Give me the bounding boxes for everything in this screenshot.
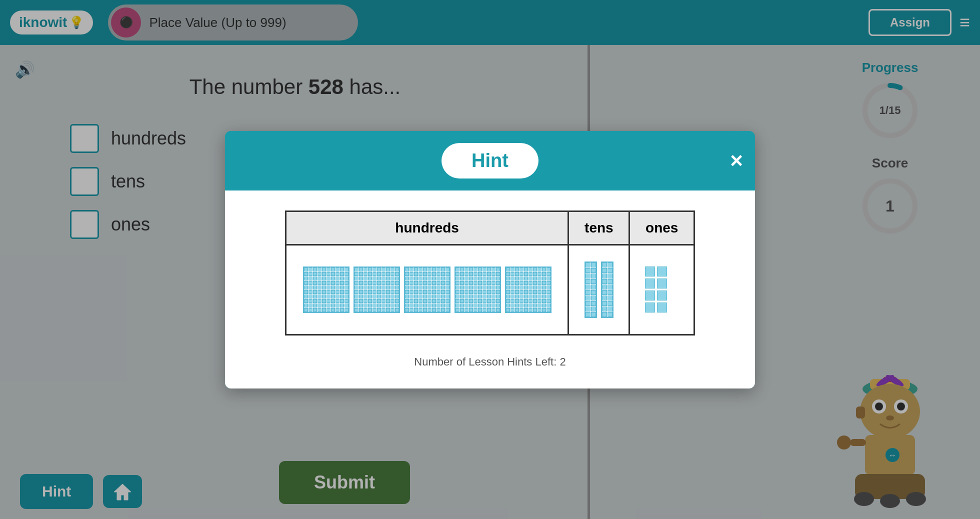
ten-block-1 xyxy=(584,262,597,318)
hundreds-blocks xyxy=(302,266,552,313)
hundred-block-3 xyxy=(404,266,450,313)
one-block-6 xyxy=(657,290,667,300)
modal-header: Hint × xyxy=(225,131,755,190)
table-header-hundreds: hundreds xyxy=(286,211,568,244)
hundred-block-5 xyxy=(505,266,552,313)
one-block-2 xyxy=(657,266,667,276)
table-cell-ones xyxy=(630,244,694,334)
hundred-block-1 xyxy=(303,266,350,313)
hundred-block-2 xyxy=(354,266,400,313)
table-header-tens: tens xyxy=(568,211,630,244)
table-cell-tens xyxy=(568,244,630,334)
table-cell-hundreds xyxy=(286,244,568,334)
table-header-ones: ones xyxy=(630,211,694,244)
hint-modal-overlay[interactable]: Hint × hundreds tens ones xyxy=(0,0,980,519)
one-block-8 xyxy=(657,302,667,312)
hints-left-label: Number of Lesson Hints Left: 2 xyxy=(414,356,566,368)
ones-blocks xyxy=(645,266,678,312)
one-block-1 xyxy=(645,266,655,276)
ten-block-2 xyxy=(601,262,614,318)
hint-modal: Hint × hundreds tens ones xyxy=(225,131,755,388)
one-block-7 xyxy=(645,302,655,312)
modal-body: hundreds tens ones xyxy=(225,190,755,388)
modal-title: Hint xyxy=(442,143,538,178)
modal-close-button[interactable]: × xyxy=(730,150,743,172)
one-block-3 xyxy=(645,278,655,288)
one-block-5 xyxy=(645,290,655,300)
one-block-4 xyxy=(657,278,667,288)
tens-blocks xyxy=(584,262,614,318)
hundred-block-4 xyxy=(454,266,501,313)
place-value-table: hundreds tens ones xyxy=(285,210,695,336)
